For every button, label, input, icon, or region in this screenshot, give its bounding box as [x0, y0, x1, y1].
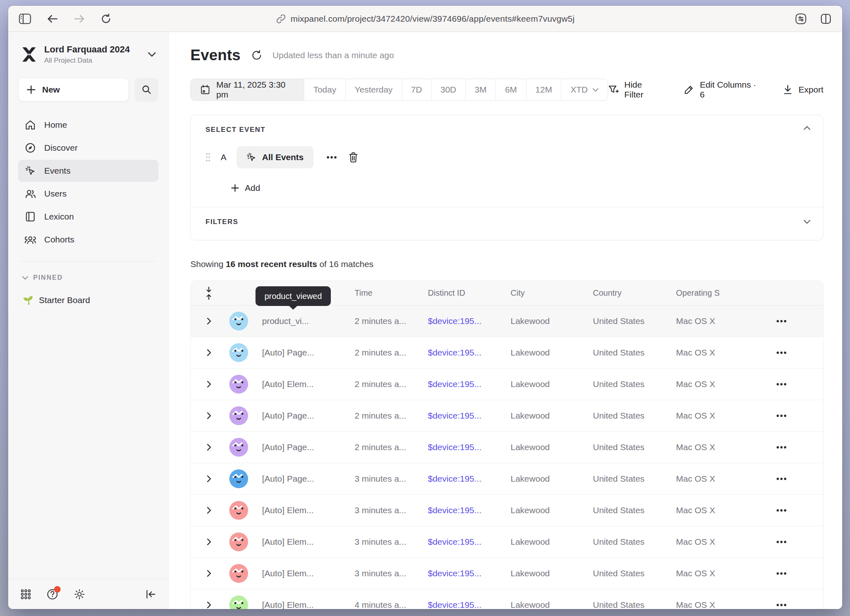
project-switcher[interactable]: Lord Farquaad 2024 All Project Data [18, 43, 158, 65]
row-more-button[interactable]: ••• [776, 474, 787, 484]
distinct-id-link[interactable]: $device:195... [428, 316, 482, 326]
distinct-id-link[interactable]: $device:195... [428, 474, 482, 483]
expand-row-icon[interactable] [207, 380, 211, 388]
range-today[interactable]: Today [304, 79, 345, 100]
edit-columns-button[interactable]: Edit Columns · 6 [684, 80, 762, 100]
refresh-icon[interactable] [251, 50, 262, 61]
expand-row-icon[interactable] [207, 317, 211, 325]
new-button[interactable]: New [18, 78, 129, 102]
distinct-id-link[interactable]: $device:195... [428, 600, 482, 609]
column-header-distinct-id[interactable]: Distinct ID [428, 288, 511, 298]
sidebar-item-discover[interactable]: Discover [18, 137, 158, 159]
event-avatar [229, 469, 248, 488]
collapse-all-icon[interactable] [191, 286, 227, 300]
distinct-id-link[interactable]: $device:195... [428, 568, 482, 578]
split-view-icon[interactable] [820, 13, 832, 25]
search-button[interactable] [135, 78, 158, 102]
help-icon[interactable] [47, 589, 58, 600]
event-avatar [229, 406, 248, 425]
date-picker[interactable]: Mar 11, 2025 3:30 pm [191, 79, 304, 100]
updated-status: Updated less than a minute ago [273, 50, 394, 60]
expand-row-icon[interactable] [207, 538, 211, 546]
event-os: Mac OS X [676, 348, 746, 358]
row-more-button[interactable]: ••• [776, 506, 787, 515]
row-more-button[interactable]: ••• [776, 411, 787, 421]
date-value: Mar 11, 2025 3:30 pm [216, 80, 294, 100]
hide-filter-button[interactable]: Hide Filter [608, 80, 662, 100]
row-more-button[interactable]: ••• [776, 443, 787, 452]
sidebar-item-home[interactable]: Home [18, 114, 158, 136]
sidebar-item-cohorts[interactable]: Cohorts [18, 229, 158, 251]
event-avatar [229, 532, 248, 551]
reload-icon[interactable] [101, 13, 111, 25]
range-30d[interactable]: 30D [431, 79, 466, 100]
sidebar-item-events[interactable]: Events [18, 160, 158, 182]
distinct-id-link[interactable]: $device:195... [428, 348, 482, 357]
calendar-icon [201, 84, 210, 95]
pinned-item-starter-board[interactable]: 🌱 Starter Board [23, 295, 158, 305]
chevron-down-icon[interactable] [803, 220, 811, 224]
export-button[interactable]: Export [783, 84, 823, 95]
back-icon[interactable] [47, 14, 58, 24]
expand-row-icon[interactable] [207, 444, 211, 451]
settings-gear-icon[interactable] [74, 589, 85, 600]
expand-row-icon[interactable] [207, 570, 211, 577]
sidebar-item-label: Events [44, 166, 70, 176]
range-7d[interactable]: 7D [402, 79, 431, 100]
browser-sidebar-toggle-icon[interactable] [19, 14, 31, 24]
link-icon [276, 14, 286, 24]
chevron-down-icon [592, 88, 599, 92]
table-row: [Auto] Page... 2 minutes a... $device:19… [191, 337, 823, 369]
range-xtd[interactable]: XTD [561, 79, 608, 100]
row-more-button[interactable]: ••• [776, 317, 787, 326]
trash-icon[interactable] [348, 152, 358, 163]
event-country: United States [593, 505, 676, 515]
event-selector-label: All Events [262, 152, 304, 162]
event-avatar [229, 501, 248, 520]
results-summary: Showing 16 most recent results of 16 mat… [190, 259, 823, 269]
row-more-button[interactable]: ••• [776, 600, 787, 609]
row-more-button[interactable]: ••• [776, 569, 787, 578]
column-header-city[interactable]: City [511, 288, 593, 298]
sidebar-item-lexicon[interactable]: Lexicon [18, 206, 158, 228]
distinct-id-link[interactable]: $device:195... [428, 379, 482, 389]
users-icon [25, 189, 36, 199]
sidebar-item-label: Cohorts [44, 235, 75, 245]
expand-row-icon[interactable] [207, 507, 211, 514]
column-header-country[interactable]: Country [593, 288, 676, 298]
event-os: Mac OS X [676, 505, 746, 515]
distinct-id-link[interactable]: $device:195... [428, 411, 482, 420]
page-settings-icon[interactable] [795, 13, 807, 25]
clause-letter: A [219, 152, 228, 162]
chevron-down-icon [148, 52, 156, 57]
collapse-sidebar-icon[interactable] [145, 589, 156, 599]
table-row: [Auto] Elem... 3 minutes a... $device:19… [191, 495, 823, 526]
event-time: 2 minutes a... [355, 411, 428, 421]
expand-row-icon[interactable] [207, 475, 211, 482]
address-bar[interactable]: mixpanel.com/project/3472420/view/397469… [276, 14, 575, 24]
pinned-section-header[interactable]: PINNED [22, 274, 158, 281]
range-12m[interactable]: 12M [526, 79, 561, 100]
event-selector[interactable]: All Events [237, 146, 314, 168]
apps-grid-icon[interactable] [20, 589, 31, 600]
distinct-id-link[interactable]: $device:195... [428, 537, 482, 546]
row-more-button[interactable]: ••• [776, 537, 787, 547]
chevron-up-icon[interactable] [803, 126, 811, 130]
row-more-button[interactable]: ••• [776, 380, 787, 389]
row-more-button[interactable]: ••• [776, 348, 787, 358]
column-header-os[interactable]: Operating S [676, 288, 746, 298]
distinct-id-link[interactable]: $device:195... [428, 505, 482, 515]
range-3m[interactable]: 3M [465, 79, 495, 100]
expand-row-icon[interactable] [207, 349, 211, 356]
distinct-id-link[interactable]: $device:195... [428, 442, 482, 452]
column-header-time[interactable]: Time [355, 288, 428, 298]
expand-row-icon[interactable] [207, 412, 211, 419]
range-yesterday[interactable]: Yesterday [345, 79, 402, 100]
range-6m[interactable]: 6M [495, 79, 526, 100]
search-icon [142, 85, 151, 95]
add-event-button[interactable]: Add [231, 183, 811, 193]
expand-row-icon[interactable] [207, 601, 211, 609]
drag-handle-icon[interactable] [206, 153, 210, 162]
sidebar-item-users[interactable]: Users [18, 183, 158, 205]
clause-more-button[interactable]: ••• [327, 153, 338, 162]
